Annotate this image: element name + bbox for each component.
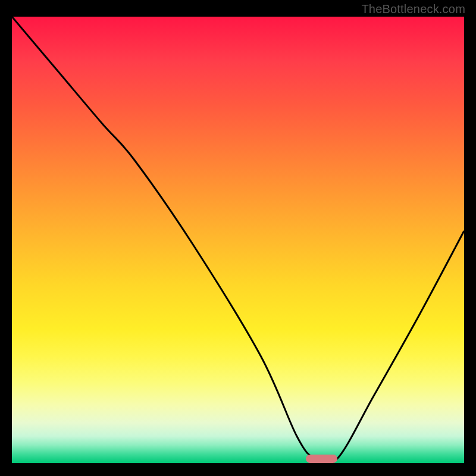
plot-area	[12, 17, 464, 463]
chart-frame: TheBottleneck.com	[0, 0, 476, 476]
curve-svg	[12, 17, 464, 463]
trough-marker	[306, 455, 337, 463]
watermark: TheBottleneck.com	[361, 2, 465, 16]
bottleneck-curve	[12, 17, 464, 463]
